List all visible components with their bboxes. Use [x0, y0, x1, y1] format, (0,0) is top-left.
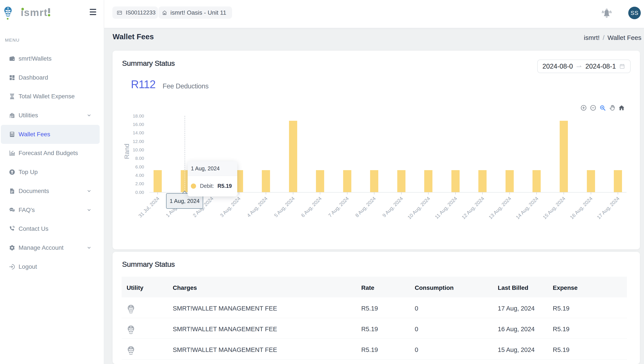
svg-text:FAQ: FAQ — [10, 208, 14, 210]
